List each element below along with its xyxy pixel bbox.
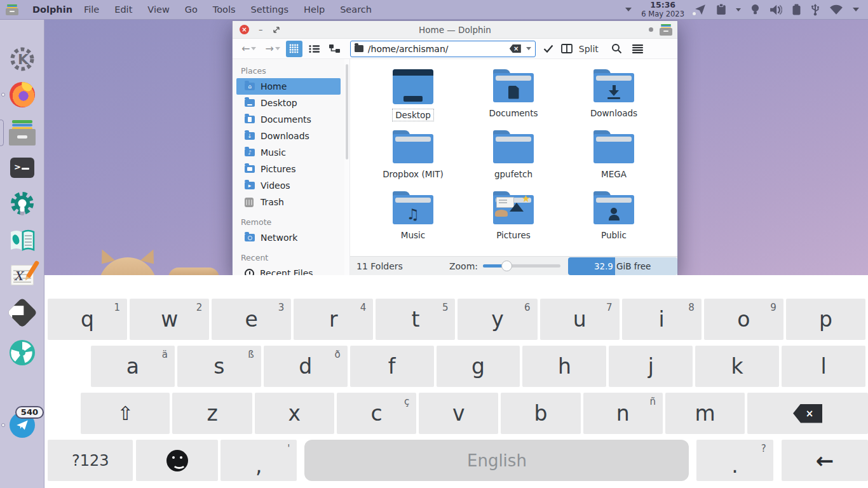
search-button[interactable] (611, 43, 622, 54)
emoji-key[interactable] (136, 440, 218, 481)
key-j[interactable]: j (609, 346, 693, 387)
usb-tray-icon[interactable] (811, 4, 820, 16)
key-y[interactable]: 6y (458, 299, 537, 340)
location-dropdown-icon[interactable] (526, 47, 531, 50)
sidebar-item-videos[interactable]: ▸ Videos (236, 177, 341, 194)
key-s[interactable]: ßs (177, 346, 261, 387)
menu-search[interactable]: Search (332, 0, 379, 19)
dock-system-settings[interactable] (0, 190, 44, 219)
close-button[interactable]: × (240, 25, 249, 34)
menu-go[interactable]: Go (177, 0, 205, 19)
list-view-button[interactable] (306, 41, 323, 57)
folder-item-mega[interactable]: MEGA (564, 130, 664, 189)
sidebar-item-downloads[interactable]: ↓ Downloads (236, 128, 341, 144)
folder-item-desktop[interactable]: Desktop (363, 69, 463, 128)
dock-inkscape[interactable] (0, 302, 44, 323)
folder-view[interactable]: Desktop Documents Downloads Dropbox (MIT… (350, 59, 677, 256)
places-scrollbar[interactable] (344, 59, 349, 275)
folder-item-public[interactable]: Public (564, 191, 664, 250)
dock-file-manager[interactable] (0, 120, 44, 146)
sidebar-item-documents[interactable]: Documents (236, 111, 341, 128)
menu-file[interactable]: File (76, 0, 107, 19)
forward-button[interactable]: → (260, 43, 275, 55)
key-a[interactable]: äa (91, 346, 175, 387)
key-c[interactable]: çc (337, 393, 416, 434)
key-g[interactable]: g (437, 346, 520, 387)
tray-expand-icon[interactable] (625, 8, 632, 11)
key-i[interactable]: 8i (622, 299, 702, 340)
dock-xournal[interactable]: X (0, 265, 44, 285)
folder-item-dropbox[interactable]: Dropbox (MIT) (363, 130, 463, 189)
key-f[interactable]: f (350, 346, 434, 387)
shift-key[interactable]: ⇧ (81, 393, 170, 434)
sidebar-item-network[interactable]: Network (236, 229, 341, 246)
dock-telegram[interactable]: 540 (0, 412, 44, 438)
key-x[interactable]: x (255, 393, 334, 434)
key-q[interactable]: 1q (48, 299, 127, 340)
icons-view-button[interactable] (286, 41, 302, 57)
menu-edit[interactable]: Edit (107, 0, 140, 19)
menu-settings[interactable]: Settings (243, 0, 296, 19)
key-v[interactable]: v (419, 393, 498, 434)
location-path[interactable]: /home/archisman/ (368, 44, 510, 54)
zoom-slider-thumb[interactable] (501, 261, 512, 271)
zoom-slider[interactable] (483, 264, 560, 268)
split-label[interactable]: Split (579, 44, 599, 54)
menu-view[interactable]: View (140, 0, 177, 19)
sidebar-item-recent-files[interactable]: Recent Files (236, 265, 341, 275)
key-b[interactable]: b (501, 393, 580, 434)
volume-tray-icon[interactable] (770, 4, 782, 15)
folder-item-downloads[interactable]: Downloads (564, 69, 664, 128)
folder-item-pictures[interactable]: Pictures (463, 191, 564, 250)
dock-firefox[interactable] (0, 82, 44, 107)
sidebar-item-pictures[interactable]: Pictures (236, 161, 341, 177)
wifi-tray-icon[interactable] (829, 4, 843, 15)
back-button[interactable]: ← (236, 43, 251, 55)
menu-tools[interactable]: Tools (205, 0, 243, 19)
menu-button[interactable] (632, 44, 643, 53)
key-w[interactable]: 2w (130, 299, 209, 340)
symbols-key[interactable]: ?123 (48, 440, 133, 481)
clear-location-icon[interactable]: × (510, 44, 521, 53)
key-r[interactable]: 4r (294, 299, 373, 340)
key-k[interactable]: k (695, 346, 779, 387)
back-history-icon[interactable] (251, 47, 256, 50)
telegram-tray-icon[interactable] (694, 4, 707, 15)
sidebar-item-desktop[interactable]: Desktop (236, 95, 341, 111)
forward-history-icon[interactable] (275, 47, 280, 50)
minimize-button[interactable]: – (259, 25, 263, 34)
key-n[interactable]: ñn (583, 393, 663, 434)
key-o[interactable]: 9o (704, 299, 783, 340)
key-p[interactable]: p (786, 299, 865, 340)
terminate-edit-button[interactable] (543, 44, 553, 53)
battery-tray-icon[interactable] (792, 4, 801, 15)
restore-button[interactable] (273, 26, 280, 34)
night-color-tray-icon[interactable] (750, 4, 760, 15)
clock[interactable]: 15:36 6 May 2023 (641, 1, 684, 18)
split-view-button[interactable] (561, 44, 573, 53)
location-bar[interactable]: /home/archisman/ × (350, 41, 536, 57)
sidebar-item-trash[interactable]: Trash (236, 194, 341, 210)
folder-item-gpufetch[interactable]: gpufetch (463, 130, 564, 189)
key-l[interactable]: l (782, 346, 865, 387)
sidebar-item-music[interactable]: ♪ Music (236, 144, 341, 161)
clipboard-tray-icon[interactable] (716, 4, 726, 15)
menu-help[interactable]: Help (296, 0, 332, 19)
key-h[interactable]: h (522, 346, 606, 387)
enter-key[interactable]: ← (782, 440, 868, 481)
folder-item-music[interactable]: ♫ Music (363, 191, 463, 250)
key-u[interactable]: 7u (540, 299, 620, 340)
key-d[interactable]: ðd (264, 346, 348, 387)
key-e[interactable]: 3e (212, 299, 291, 340)
key-m[interactable]: m (665, 393, 745, 434)
tray-collapse-icon[interactable] (853, 8, 859, 11)
space-key[interactable]: English (304, 440, 689, 481)
key-t[interactable]: 5t (376, 299, 455, 340)
dock-reading-app[interactable] (0, 228, 44, 254)
key-z[interactable]: z (172, 393, 252, 434)
comma-key[interactable]: ', (220, 440, 297, 481)
period-key[interactable]: ?. (696, 440, 773, 481)
sidebar-item-home[interactable]: ⌂ Home (236, 78, 341, 95)
dock-terminal[interactable]: > (0, 158, 44, 178)
tray-more-icon[interactable] (736, 8, 741, 11)
